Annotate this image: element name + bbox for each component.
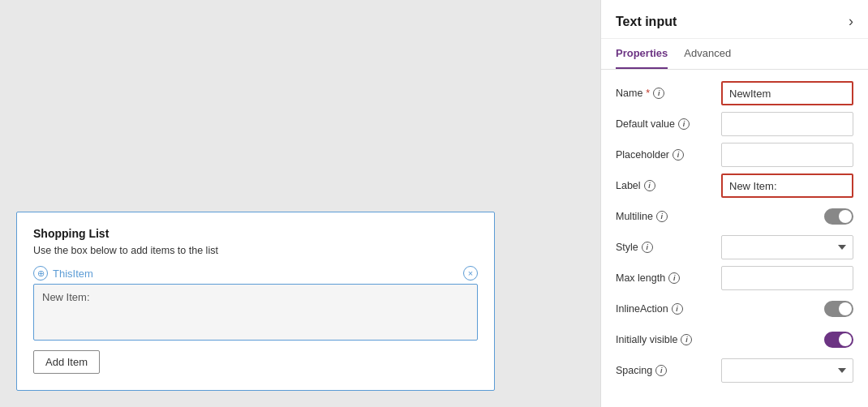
tabs-row: Properties Advanced	[601, 39, 868, 70]
max-length-value	[721, 266, 853, 290]
tab-advanced[interactable]: Advanced	[684, 39, 731, 69]
spacing-row: Spacing i	[616, 355, 853, 386]
name-value	[721, 81, 853, 105]
shopping-card: Shopping List Use the box below to add i…	[16, 212, 495, 391]
add-item-button[interactable]: Add Item	[33, 350, 100, 374]
style-select[interactable]	[721, 235, 853, 259]
inline-action-label: InlineAction i	[616, 303, 721, 315]
max-length-input[interactable]	[721, 266, 853, 290]
initially-visible-value	[721, 332, 853, 348]
initially-visible-toggle[interactable]	[824, 332, 853, 348]
label-input[interactable]	[721, 174, 853, 198]
name-input[interactable]	[721, 81, 853, 105]
spacing-info-icon[interactable]: i	[655, 365, 667, 376]
name-label: Name * i	[616, 88, 721, 99]
inline-action-value	[721, 301, 853, 317]
placeholder-value	[721, 143, 853, 167]
max-length-info-icon[interactable]: i	[668, 272, 680, 284]
default-value-info-icon[interactable]: i	[678, 118, 690, 130]
initially-visible-label: Initially visible i	[616, 334, 721, 345]
placeholder-input[interactable]	[721, 143, 853, 167]
default-value-row: Default value i	[616, 109, 853, 139]
close-icon-btn[interactable]: ×	[463, 266, 478, 281]
properties-section: Name * i Default value i Placeholder i	[601, 70, 868, 407]
default-value-value	[721, 112, 853, 136]
inline-action-info-icon[interactable]: i	[672, 303, 683, 315]
multiline-toggle[interactable]	[824, 208, 853, 225]
default-value-label: Default value i	[616, 118, 721, 130]
multiline-label: Multiline i	[616, 211, 721, 222]
max-length-label: Max length i	[616, 272, 721, 284]
name-row: Name * i	[616, 78, 853, 109]
spacing-label: Spacing i	[616, 365, 721, 376]
default-value-input[interactable]	[721, 112, 853, 136]
label-info-icon[interactable]: i	[644, 180, 655, 191]
right-panel: Text input › Properties Advanced Name * …	[600, 0, 868, 407]
spacing-value	[721, 358, 853, 383]
name-info-icon[interactable]: i	[653, 88, 664, 99]
canvas-area: Shopping List Use the box below to add i…	[0, 0, 600, 407]
placeholder-row: Placeholder i	[616, 139, 853, 170]
label-label: Label i	[616, 180, 721, 191]
move-icon[interactable]: ⊕	[33, 266, 48, 281]
label-value	[721, 174, 853, 198]
initially-visible-row: Initially visible i	[616, 324, 853, 355]
multiline-value	[721, 208, 853, 225]
label-row: Label i	[616, 170, 853, 201]
panel-header: Text input ›	[601, 0, 868, 39]
multiline-row: Multiline i	[616, 201, 853, 232]
card-subtitle: Use the box below to add items to the li…	[33, 245, 478, 256]
panel-arrow-icon[interactable]: ›	[849, 13, 853, 30]
this-item-label: ThisItem	[53, 268, 463, 280]
style-info-icon[interactable]: i	[642, 242, 653, 253]
tab-properties[interactable]: Properties	[616, 39, 668, 69]
panel-title: Text input	[616, 15, 677, 29]
this-item-row: ⊕ ThisItem ×	[33, 266, 478, 281]
multiline-info-icon[interactable]: i	[656, 211, 668, 222]
max-length-row: Max length i	[616, 263, 853, 293]
text-input-box[interactable]: New Item:	[33, 284, 478, 341]
spacing-select[interactable]	[721, 358, 853, 383]
card-title: Shopping List	[33, 227, 478, 240]
style-row: Style i	[616, 232, 853, 263]
text-input-label: New Item:	[42, 291, 90, 303]
initially-visible-info-icon[interactable]: i	[681, 334, 692, 345]
style-value	[721, 235, 853, 259]
placeholder-info-icon[interactable]: i	[672, 149, 684, 161]
style-label: Style i	[616, 242, 721, 253]
placeholder-label: Placeholder i	[616, 149, 721, 161]
inline-action-row: InlineAction i	[616, 293, 853, 324]
inline-action-toggle[interactable]	[824, 301, 853, 317]
